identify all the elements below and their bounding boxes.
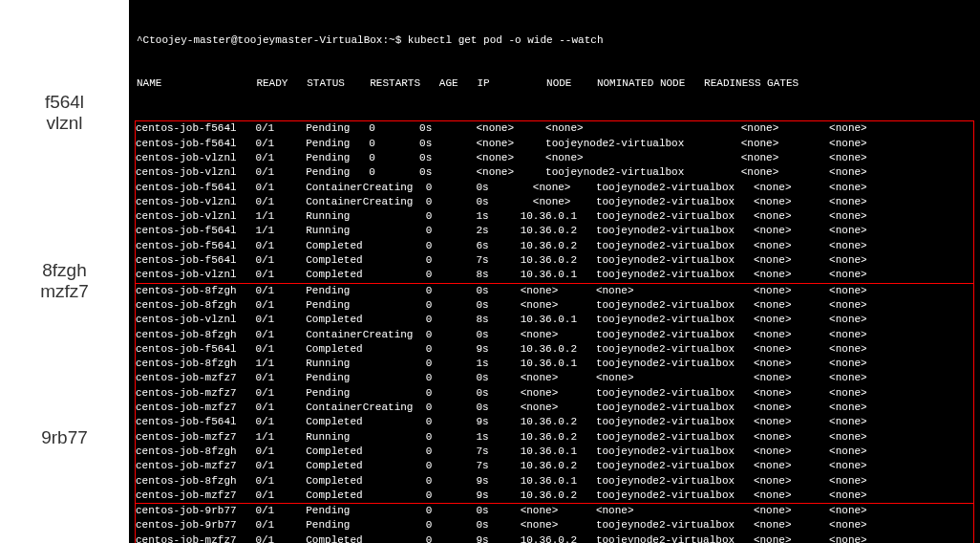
pod-row: centos-job-8fzgh 0/1 Completed 0 9s 10.3… (136, 474, 973, 489)
label-9rb77: 9rb77 (41, 427, 88, 448)
table-header: NAME READY STATUS RESTARTS AGE IP NODE N… (135, 76, 974, 91)
pod-row: centos-job-f564l 0/1 Completed 0 9s 10.3… (136, 342, 973, 357)
pod-row: centos-job-f564l 0/1 Pending 0 0s <none>… (136, 121, 973, 136)
pod-row: centos-job-vlznl 0/1 Completed 0 8s 10.3… (136, 268, 973, 282)
label-group-1: f564l vlznl (0, 38, 129, 186)
label-group-3: 9rb77 (0, 376, 129, 500)
pod-section-2: centos-job-9rb77 0/1 Pending 0 0s <none>… (135, 504, 974, 543)
pod-row: centos-job-f564l 0/1 Completed 0 6s 10.3… (136, 239, 973, 253)
pod-row: centos-job-vlznl 0/1 Pending 0 0s <none>… (136, 165, 973, 180)
side-labels: f564l vlznl 8fzgh mzfz7 9rb77 (0, 0, 129, 543)
pod-row: centos-job-f564l 0/1 Pending 0 0s <none>… (136, 137, 973, 151)
pod-row: centos-job-8fzgh 0/1 ContainerCreating 0… (136, 328, 973, 342)
label-8fzgh: 8fzgh (42, 260, 86, 281)
terminal[interactable]: ^Ctoojey-master@toojeymaster-VirtualBox:… (129, 0, 980, 543)
pod-row: centos-job-9rb77 0/1 Pending 0 0s <none>… (136, 518, 973, 532)
label-f564l: f564l (45, 92, 84, 113)
command-prompt: ^Ctoojey-master@toojeymaster-VirtualBox:… (135, 33, 974, 48)
pod-row: centos-job-mzfz7 1/1 Running 0 1s 10.36.… (136, 430, 973, 445)
label-mzfz7: mzfz7 (40, 281, 89, 302)
pod-row: centos-job-f564l 1/1 Running 0 2s 10.36.… (136, 224, 973, 238)
pod-row: centos-job-f564l 0/1 Completed 0 9s 10.3… (136, 415, 973, 429)
pod-row: centos-job-mzfz7 0/1 ContainerCreating 0… (136, 401, 973, 415)
label-vlznl: vlznl (46, 113, 82, 134)
pod-row: centos-job-mzfz7 0/1 Pending 0 0s <none>… (136, 371, 973, 385)
pod-row: centos-job-vlznl 0/1 Completed 0 8s 10.3… (136, 313, 973, 327)
pod-row: centos-job-8fzgh 0/1 Pending 0 0s <none>… (136, 284, 973, 298)
pod-row: centos-job-8fzgh 0/1 Pending 0 0s <none>… (136, 298, 973, 313)
label-group-2: 8fzgh mzfz7 (0, 186, 129, 376)
pod-section-1: centos-job-8fzgh 0/1 Pending 0 0s <none>… (135, 284, 974, 504)
pod-row: centos-job-mzfz7 0/1 Completed 0 7s 10.3… (136, 459, 973, 473)
pod-row: centos-job-mzfz7 0/1 Completed 0 9s 10.3… (136, 533, 973, 543)
pod-row: centos-job-f564l 0/1 ContainerCreating 0… (136, 181, 973, 195)
pod-row: centos-job-vlznl 0/1 Pending 0 0s <none>… (136, 151, 973, 165)
pod-row: centos-job-9rb77 0/1 Pending 0 0s <none>… (136, 504, 973, 518)
pod-row: centos-job-8fzgh 1/1 Running 0 1s 10.36.… (136, 357, 973, 371)
pod-row: centos-job-vlznl 1/1 Running 0 1s 10.36.… (136, 209, 973, 224)
pod-row: centos-job-vlznl 0/1 ContainerCreating 0… (136, 195, 973, 209)
pod-row: centos-job-mzfz7 0/1 Pending 0 0s <none>… (136, 386, 973, 401)
pod-section-0: centos-job-f564l 0/1 Pending 0 0s <none>… (135, 120, 974, 283)
pod-row: centos-job-f564l 0/1 Completed 0 7s 10.3… (136, 253, 973, 268)
pod-row: centos-job-mzfz7 0/1 Completed 0 9s 10.3… (136, 489, 973, 503)
pod-row: centos-job-8fzgh 0/1 Completed 0 7s 10.3… (136, 445, 973, 459)
